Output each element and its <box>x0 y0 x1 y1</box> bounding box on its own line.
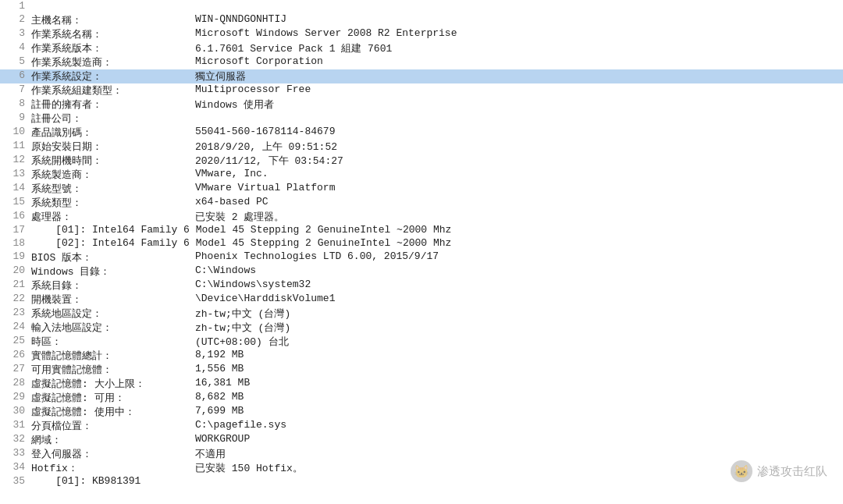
line-label: BIOS 版本： <box>31 250 195 264</box>
line-content: BIOS 版本：Phoenix Technologies LTD 6.00, 2… <box>31 250 837 264</box>
line-value: C:\Windows\system32 <box>195 279 311 293</box>
line-value: 8,682 MB <box>195 391 244 405</box>
line-number: 4 <box>6 41 25 53</box>
line-value: 16,381 MB <box>195 377 250 391</box>
line-value: VMware Virtual Platform <box>195 182 335 196</box>
terminal-line: 27可用實體記憶體：1,556 MB <box>0 363 843 377</box>
line-value: Phoenix Technologies LTD 6.00, 2015/9/17 <box>195 250 439 264</box>
terminal-line: 35 [01]: KB981391 <box>0 475 843 488</box>
line-content: 註冊公司： <box>31 112 837 126</box>
line-label: 分頁檔位置： <box>31 419 195 433</box>
line-number: 21 <box>6 279 25 290</box>
line-content: 作業系統組建類型：Multiprocessor Free <box>31 83 837 98</box>
line-label: 系統類型： <box>31 196 195 210</box>
terminal-line: 32網域：WORKGROUP <box>0 433 843 447</box>
line-number: 10 <box>6 126 25 137</box>
line-number: 6 <box>6 69 25 81</box>
line-value: 不適用 <box>195 447 226 461</box>
line-content: 網域：WORKGROUP <box>31 433 837 447</box>
line-content: 實體記憶體總計：8,192 MB <box>31 349 837 363</box>
line-value: \Device\HarddiskVolume1 <box>195 293 335 307</box>
line-content: 時區：(UTC+08:00) 台北 <box>31 335 837 349</box>
line-number: 16 <box>6 210 25 222</box>
line-content: 系統目錄：C:\Windows\system32 <box>31 279 837 293</box>
line-label: 虛擬記憶體: 可用： <box>31 391 195 405</box>
line-content: 輸入法地區設定：zh-tw;中文 (台灣) <box>31 321 837 335</box>
line-label: 作業系統設定： <box>31 69 195 83</box>
line-content: [01]: Intel64 Family 6 Model 45 Stepping… <box>31 224 837 236</box>
line-content: 登入伺服器：不適用 <box>31 447 837 461</box>
terminal-line: 23系統地區設定：zh-tw;中文 (台灣) <box>0 307 843 321</box>
line-label: 可用實體記憶體： <box>31 363 195 377</box>
terminal-line: 3作業系統名稱：Microsoft Windows Server 2008 R2… <box>0 27 843 41</box>
terminal-line: 9註冊公司： <box>0 112 843 126</box>
line-number: 8 <box>6 98 25 109</box>
line-value: 1,556 MB <box>195 363 244 377</box>
line-label: Windows 目錄： <box>31 264 195 279</box>
line-number: 5 <box>6 55 25 67</box>
line-number: 24 <box>6 321 25 332</box>
line-content: 系統地區設定：zh-tw;中文 (台灣) <box>31 307 837 321</box>
line-number: 23 <box>6 307 25 318</box>
line-content: 開機裝置：\Device\HarddiskVolume1 <box>31 293 837 307</box>
line-number: 12 <box>6 154 25 165</box>
line-value: 7,699 MB <box>195 405 244 419</box>
terminal-line: 30虛擬記憶體: 使用中：7,699 MB <box>0 405 843 419</box>
line-label: 原始安裝日期： <box>31 140 195 154</box>
line-label: 處理器： <box>31 210 195 224</box>
line-value: Windows 使用者 <box>195 98 274 112</box>
line-content: 系統類型：x64-based PC <box>31 196 837 210</box>
line-number: 14 <box>6 182 25 193</box>
terminal-line: 21系統目錄：C:\Windows\system32 <box>0 279 843 293</box>
line-content: 作業系統名稱：Microsoft Windows Server 2008 R2 … <box>31 27 837 41</box>
line-content: Windows 目錄：C:\Windows <box>31 264 837 279</box>
terminal-line: 24輸入法地區設定：zh-tw;中文 (台灣) <box>0 321 843 335</box>
line-content: 作業系統製造商：Microsoft Corporation <box>31 55 837 69</box>
terminal-line: 31分頁檔位置：C:\pagefile.sys <box>0 419 843 433</box>
terminal-line: 1 <box>0 0 843 13</box>
terminal-line: 8註冊的擁有者：Windows 使用者 <box>0 98 843 112</box>
line-label: 註冊公司： <box>31 112 195 126</box>
line-value: zh-tw;中文 (台灣) <box>195 307 290 321</box>
line-content: Hotfix：已安裝 150 Hotfix。 <box>31 461 837 475</box>
terminal-line: 6作業系統設定：獨立伺服器 <box>0 69 843 83</box>
line-value: WORKGROUP <box>195 433 250 447</box>
terminal-line: 20Windows 目錄：C:\Windows <box>0 264 843 279</box>
line-content: 虛擬記憶體: 可用：8,682 MB <box>31 391 837 405</box>
terminal-line: 11原始安裝日期：2018/9/20, 上午 09:51:52 <box>0 140 843 154</box>
line-number: 34 <box>6 461 25 473</box>
terminal-line: 10產品識別碼：55041-560-1678114-84679 <box>0 126 843 140</box>
line-number: 7 <box>6 83 25 95</box>
line-value: x64-based PC <box>195 196 269 210</box>
terminal-line: 22開機裝置：\Device\HarddiskVolume1 <box>0 293 843 307</box>
line-content: 原始安裝日期：2018/9/20, 上午 09:51:52 <box>31 140 837 154</box>
line-content: 產品識別碼：55041-560-1678114-84679 <box>31 126 837 140</box>
line-number: 11 <box>6 140 25 151</box>
line-label: 實體記憶體總計： <box>31 349 195 363</box>
line-value: VMware, Inc. <box>195 168 269 182</box>
terminal-line: 7作業系統組建類型：Multiprocessor Free <box>0 83 843 98</box>
line-content: 虛擬記憶體: 使用中：7,699 MB <box>31 405 837 419</box>
line-number: 32 <box>6 433 25 445</box>
terminal-line: 29虛擬記憶體: 可用：8,682 MB <box>0 391 843 405</box>
terminal-line: 17 [01]: Intel64 Family 6 Model 45 Stepp… <box>0 224 843 237</box>
terminal-line: 19BIOS 版本：Phoenix Technologies LTD 6.00,… <box>0 250 843 264</box>
line-content: 註冊的擁有者：Windows 使用者 <box>31 98 837 112</box>
line-value: zh-tw;中文 (台灣) <box>195 321 290 335</box>
line-label: 註冊的擁有者： <box>31 98 195 112</box>
line-value: Microsoft Corporation <box>195 55 323 69</box>
line-number: 9 <box>6 112 25 123</box>
line-label: 輸入法地區設定： <box>31 321 195 335</box>
line-number: 25 <box>6 335 25 346</box>
line-value: Multiprocessor Free <box>195 83 311 98</box>
line-value: [01]: KB981391 <box>31 475 140 487</box>
line-value: (UTC+08:00) 台北 <box>195 335 289 349</box>
terminal-line: 5作業系統製造商：Microsoft Corporation <box>0 55 843 69</box>
line-number: 28 <box>6 377 25 389</box>
terminal-line: 26實體記憶體總計：8,192 MB <box>0 349 843 363</box>
terminal-line: 4作業系統版本：6.1.7601 Service Pack 1 組建 7601 <box>0 41 843 55</box>
line-number: 2 <box>6 13 25 25</box>
line-content: 系統製造商：VMware, Inc. <box>31 168 837 182</box>
line-number: 13 <box>6 168 25 179</box>
line-number: 1 <box>6 0 25 12</box>
